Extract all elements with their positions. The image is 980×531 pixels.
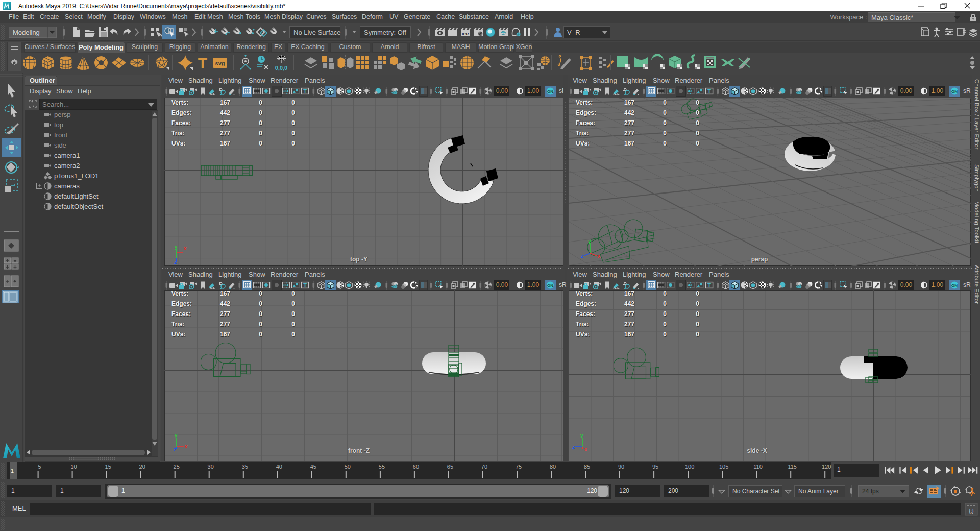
svg-text:30: 30 [208, 464, 214, 470]
svg-text:y: y [175, 432, 178, 438]
svg-text:45: 45 [310, 464, 316, 470]
svg-text:ON: ON [951, 89, 958, 94]
svg-text:T: T [303, 282, 307, 288]
svg-text:80: 80 [550, 464, 556, 470]
svg-text:100: 100 [685, 464, 694, 470]
svg-text:50: 50 [345, 464, 351, 470]
svg-text:{;}: {;} [969, 508, 974, 514]
svg-text:ON: ON [547, 89, 553, 94]
svg-text:y: y [175, 244, 178, 250]
svg-text:y: y [588, 239, 591, 244]
svg-text:20: 20 [139, 464, 145, 470]
svg-text:x: x [184, 246, 187, 251]
svg-text:ON: ON [547, 283, 553, 288]
svg-text:5: 5 [38, 464, 41, 470]
svg-text:95: 95 [652, 464, 658, 470]
svg-text:15: 15 [105, 464, 111, 470]
svg-text:120: 120 [822, 464, 831, 470]
svg-text:ON: ON [951, 283, 958, 288]
svg-text:0,0,0: 0,0,0 [275, 65, 287, 71]
svg-text:70: 70 [481, 464, 487, 470]
svg-text:35: 35 [242, 464, 248, 470]
svg-text:T: T [303, 88, 307, 94]
svg-text:40: 40 [276, 464, 282, 470]
svg-text:T: T [198, 55, 207, 71]
svg-text:10: 10 [70, 464, 77, 470]
svg-text:x: x [598, 253, 601, 259]
svg-text:T: T [707, 282, 711, 288]
svg-text:55: 55 [379, 464, 385, 470]
svg-text:65: 65 [447, 464, 453, 470]
svg-text:T: T [707, 88, 711, 94]
svg-text:75: 75 [516, 464, 522, 470]
svg-text:90: 90 [618, 464, 624, 470]
svg-text:IPR: IPR [462, 32, 469, 36]
svg-text:115: 115 [788, 464, 797, 470]
svg-text:svg: svg [215, 60, 225, 66]
svg-text:110: 110 [753, 464, 763, 470]
svg-text:y: y [580, 432, 583, 438]
svg-text:60: 60 [413, 464, 419, 470]
svg-text:25: 25 [174, 464, 180, 470]
svg-text:105: 105 [719, 464, 728, 470]
svg-text:85: 85 [584, 464, 590, 470]
svg-text:z: z [581, 253, 583, 259]
